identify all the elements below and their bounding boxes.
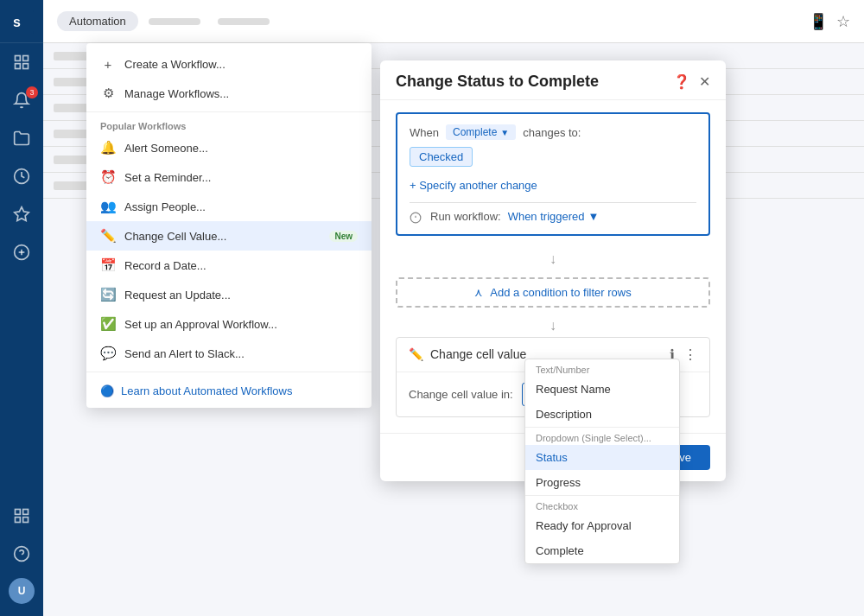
alert-icon: 🔔 xyxy=(100,140,116,156)
sidebar-item-folders[interactable] xyxy=(0,119,43,157)
pencil-cell-icon: ✏️ xyxy=(409,347,423,361)
svg-rect-12 xyxy=(23,510,29,515)
sidebar-item-home[interactable] xyxy=(0,43,43,81)
chevron-icon: ▼ xyxy=(500,128,509,137)
topbar: Automation 📱 ☆ xyxy=(43,0,864,43)
svg-rect-13 xyxy=(16,518,21,523)
reminder-icon: ⏰ xyxy=(100,169,116,185)
chevron-down-icon: ▼ xyxy=(588,210,600,223)
specify-another-change-link[interactable]: + Specify another change xyxy=(410,175,696,195)
popular-section-label: Popular Workflows xyxy=(86,116,372,133)
request-update-item[interactable]: 🔄 Request an Update... xyxy=(86,280,372,309)
svg-rect-5 xyxy=(23,64,29,69)
reminder-item[interactable]: ⏰ Set a Reminder... xyxy=(86,162,372,192)
run-label-text: Run workflow: xyxy=(430,210,501,223)
approval-icon: ✅ xyxy=(100,316,116,332)
sidebar-item-help[interactable] xyxy=(0,535,43,573)
tab-dot-1 xyxy=(149,18,200,25)
menu-divider-2 xyxy=(86,372,372,372)
modal-header-icons: ❓ ✕ xyxy=(673,73,710,90)
dropdown-section-checkbox: Checkbox xyxy=(525,496,679,513)
star-icon[interactable]: ☆ xyxy=(836,12,850,31)
alert-someone-item[interactable]: 🔔 Alert Someone... xyxy=(86,133,372,162)
more-options-icon[interactable]: ⋮ xyxy=(683,346,697,363)
pencil-icon: ✏️ xyxy=(100,228,116,244)
assign-icon: 👥 xyxy=(100,199,116,214)
calendar-icon: 📅 xyxy=(100,257,116,273)
refresh-icon: 🔄 xyxy=(100,287,116,302)
topbar-tabs: Automation xyxy=(57,11,276,31)
modal-header: Change Status to Complete ❓ ✕ xyxy=(380,60,726,100)
new-badge: New xyxy=(329,231,358,242)
topbar-right: 📱 ☆ xyxy=(809,12,850,31)
learn-icon: 🔵 xyxy=(100,384,114,397)
dropdown-request-name[interactable]: Request Name xyxy=(525,377,679,402)
slack-alert-item[interactable]: 💬 Send an Alert to Slack... xyxy=(86,339,372,368)
automation-menu: + Create a Workflow... ⚙ Manage Workflow… xyxy=(86,43,372,408)
sidebar-item-add[interactable] xyxy=(0,233,43,271)
svg-text:s: s xyxy=(13,15,21,29)
dropdown-complete[interactable]: Complete xyxy=(525,538,679,563)
sidebar-bottom: U xyxy=(0,497,43,616)
create-icon: + xyxy=(100,57,116,72)
sidebar-item-favorites[interactable] xyxy=(0,195,43,233)
assign-people-item[interactable]: 👥 Assign People... xyxy=(86,192,372,221)
record-date-item[interactable]: 📅 Record a Date... xyxy=(86,251,372,280)
create-workflow-item[interactable]: + Create a Workflow... xyxy=(86,50,372,79)
when-triggered-select[interactable]: When triggered ▼ xyxy=(508,210,600,223)
svg-rect-2 xyxy=(16,56,21,61)
svg-rect-4 xyxy=(16,64,21,69)
manage-icon: ⚙ xyxy=(100,86,116,101)
dropdown-progress[interactable]: Progress xyxy=(525,470,679,495)
add-condition-button[interactable]: ⋏ Add a condition to filter rows xyxy=(396,277,710,308)
dropdown-section-dropdown: Dropdown (Single Select)... xyxy=(525,428,679,445)
user-avatar[interactable]: U xyxy=(9,578,35,604)
run-workflow-label xyxy=(410,210,423,224)
main-content: Automation 📱 ☆ xyxy=(43,0,864,616)
trigger-divider xyxy=(410,202,696,203)
learn-workflows-link[interactable]: 🔵 Learn about Automated Workflows xyxy=(86,376,372,401)
manage-workflows-item[interactable]: ⚙ Manage Workflows... xyxy=(86,79,372,108)
changes-to-label: changes to: xyxy=(523,126,581,139)
sidebar-item-apps[interactable] xyxy=(0,497,43,535)
run-workflow-row: Run workflow: When triggered ▼ xyxy=(410,210,696,224)
dropdown-status[interactable]: Status xyxy=(525,445,679,470)
trigger-field-pill[interactable]: Complete ▼ xyxy=(446,124,516,140)
condition-row: ⋏ Add a condition to filter rows xyxy=(380,270,726,314)
when-label: When xyxy=(410,126,439,139)
tablet-icon: 📱 xyxy=(809,12,828,31)
trigger-section: When Complete ▼ changes to: Checked + Sp… xyxy=(396,112,710,236)
svg-rect-3 xyxy=(23,56,29,61)
cell-title: ✏️ Change cell value xyxy=(409,347,526,361)
svg-rect-11 xyxy=(16,510,21,515)
automation-tab[interactable]: Automation xyxy=(57,11,138,31)
checked-value: Checked xyxy=(410,147,696,167)
trigger-when-row: When Complete ▼ changes to: xyxy=(410,124,696,140)
sidebar-logo: s xyxy=(0,0,43,43)
sidebar: s 3 xyxy=(0,0,43,616)
sidebar-item-recents[interactable] xyxy=(0,157,43,195)
dropdown-section-text-number: Text/Number xyxy=(525,359,679,377)
arrow-connector-1: ↓ xyxy=(380,248,726,270)
notification-badge: 3 xyxy=(26,86,38,98)
arrow-connector-2: ↓ xyxy=(380,314,726,337)
dropdown-ready-for-approval[interactable]: Ready for Approval xyxy=(525,513,679,538)
svg-rect-14 xyxy=(23,518,29,523)
slack-icon: 💬 xyxy=(100,346,116,361)
close-icon[interactable]: ✕ xyxy=(699,73,710,90)
svg-marker-7 xyxy=(15,207,29,221)
filter-icon: ⋏ xyxy=(474,286,483,299)
tab-dot-2 xyxy=(218,18,270,25)
sidebar-item-notifications[interactable]: 3 xyxy=(0,81,43,119)
modal-title: Change Status to Complete xyxy=(396,73,599,91)
approval-workflow-item[interactable]: ✅ Set up an Approval Workflow... xyxy=(86,309,372,339)
column-dropdown: Text/Number Request Name Description Dro… xyxy=(524,359,680,564)
change-cell-value-item[interactable]: ✏️ Change Cell Value... New xyxy=(86,221,372,251)
menu-divider-1 xyxy=(86,111,372,112)
help-icon[interactable]: ❓ xyxy=(673,73,690,90)
dropdown-description[interactable]: Description xyxy=(525,402,679,427)
